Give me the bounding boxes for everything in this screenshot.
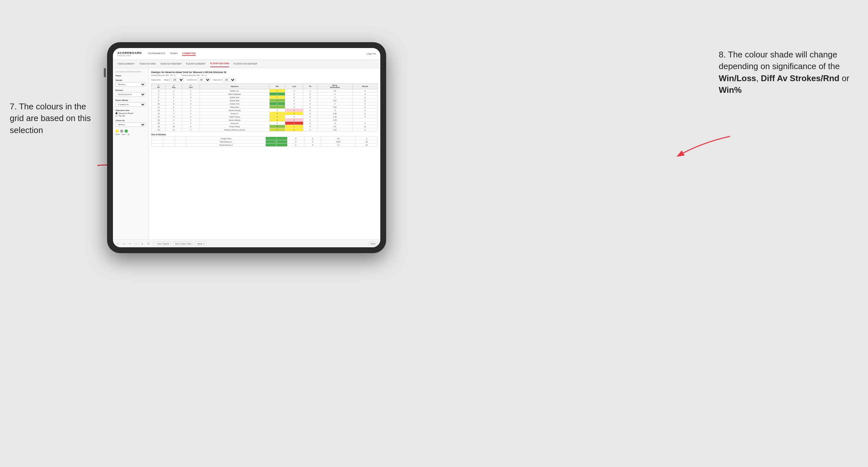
cell-div: 5 — [152, 93, 166, 96]
cell-opponent: Alexis Sudjianto — [199, 93, 269, 96]
conference-select[interactable]: (All) — [197, 78, 211, 82]
toolbar-watch[interactable]: Watch ▾ — [195, 242, 206, 246]
cell-diff: 1.5 — [317, 89, 352, 93]
cell-rounds: 11 — [353, 125, 378, 128]
cell-diff: 0.3 — [317, 125, 352, 128]
radio-opponents-played[interactable]: Opponents Played — [116, 112, 146, 114]
nav-teams[interactable]: TEAMS — [170, 52, 178, 56]
sidebar-colour-by-label: Colour by — [116, 119, 146, 121]
legend-dot-level — [120, 129, 123, 133]
sidebar-gender-select[interactable]: Women's Men's — [116, 82, 146, 87]
logo-text: SCOREBOARD — [118, 51, 142, 55]
cell-loss: 0 — [285, 89, 303, 93]
region-select[interactable]: (All) — [171, 78, 184, 82]
sidebar-colour-by-select[interactable]: Win/loss Diff Av Strokes/Rnd Win% — [116, 122, 146, 127]
nav-tournaments[interactable]: TOURNAMENTS — [148, 52, 165, 56]
view-original-label: View: Original — [157, 243, 169, 245]
toolbar-copy[interactable]: ⬚ — [134, 242, 138, 245]
cell-rounds: 2 — [353, 122, 378, 125]
cell-rounds: 3 — [353, 105, 378, 109]
cell-tie: 1 — [303, 89, 317, 93]
sub-nav-player-summary[interactable]: PLAYER SUMMARY — [186, 61, 206, 67]
radio-top100[interactable]: Top 100 — [116, 115, 146, 117]
cell-opponent: Foreign Team — [187, 137, 266, 140]
opponent-filter-group: Opponent (All) — [213, 78, 236, 82]
nav-bar: SCOREBOARD Powered by clippd TOURNAMENTS… — [113, 48, 380, 60]
cell-reg: 2 — [166, 93, 182, 96]
tablet-side-button[interactable] — [104, 68, 106, 77]
cell-win: 1 — [269, 115, 285, 119]
sub-nav-team-h2h-grid[interactable]: TEAM H2H GRID — [139, 61, 156, 67]
sidebar-player-label: Player — [116, 75, 146, 76]
grid-area: Katelyn Vo Head-to-Head Grid for Women's… — [149, 68, 380, 240]
filter-row: Opponents: Region (All) Conference (All)… — [151, 78, 378, 82]
table-header-row: #Div #Reg #Conf Opponent Win Loss Tie Di… — [152, 84, 378, 89]
arrow-right-annotation — [669, 130, 733, 162]
sidebar-gender-section: Gender Women's Men's — [116, 79, 146, 87]
cell-div: 15 — [152, 115, 166, 119]
sidebar-player-rank-select[interactable]: 8. Katelyn Vo — [116, 102, 146, 107]
cell-conf — [175, 137, 187, 140]
cell-tie: 0 — [303, 96, 317, 99]
main-data-table: #Div #Reg #Conf Opponent Win Loss Tie Di… — [151, 84, 378, 131]
toolbar-undo[interactable]: ↩ — [116, 242, 120, 245]
table-row: 13 1 1 Jessica Huang 0 1 0 -3 2 — [152, 109, 378, 112]
cell-win: 0 — [269, 109, 285, 112]
grid-title: Katelyn Vo Head-to-Head Grid for Women's… — [151, 71, 378, 74]
cell-div: 6 — [152, 96, 166, 99]
toolbar-paste[interactable]: ⎙ — [141, 242, 145, 245]
cell-loss: 1 — [285, 109, 303, 112]
logo-area: SCOREBOARD Powered by clippd — [118, 51, 142, 57]
toolbar-divider1 — [153, 242, 153, 246]
cell-win: 2 — [269, 102, 285, 105]
cell-diff: -5 — [317, 122, 352, 125]
toolbar-clock[interactable]: ⏱ — [146, 242, 151, 245]
cell-div: 16 — [152, 119, 166, 122]
toolbar-refresh[interactable]: ↶ — [128, 242, 132, 245]
cell-opponent: Emily Chang — [199, 125, 269, 128]
legend-dot-down — [116, 129, 119, 133]
cell-div — [152, 144, 163, 147]
cell-rounds: 2 — [355, 137, 378, 140]
sub-nav-player-h2h-heatmap[interactable]: PLAYER H2H HEATMAP — [234, 61, 257, 67]
sidebar-player-rank-label: Player (Rank) — [116, 99, 146, 101]
cell-reg: 10 — [166, 125, 182, 128]
sub-nav-team-summary[interactable]: TEAM SUMMARY — [118, 61, 135, 67]
toolbar-redo-alt[interactable]: ↪ — [122, 242, 126, 245]
table-row: 19 10 6 Emily Chang 4 1 0 0.3 11 — [152, 125, 378, 128]
nav-committee[interactable]: COMMITTEE — [182, 52, 196, 56]
cell-reg: 5 — [166, 105, 182, 109]
cell-opponent: Eunice Yi — [199, 112, 269, 115]
cell-reg: 2 — [166, 122, 182, 125]
cell-loss: 0 — [285, 102, 303, 105]
nav-right: | Sign out — [366, 53, 376, 55]
overall-record-value: 353 - 34 - 6 — [165, 74, 175, 76]
toolbar-save-custom[interactable]: Save Custom View — [173, 242, 193, 246]
annotation-bold-diff: Diff Av Strokes/Rnd — [761, 73, 839, 83]
sub-nav-team-h2h-heatmap[interactable]: TEAM H2H HEATMAP — [160, 61, 182, 67]
col-div: #Div — [152, 84, 166, 89]
cell-loss: 0 — [285, 96, 303, 99]
sub-nav-player-h2h-grid[interactable]: PLAYER H2H GRID — [210, 60, 229, 67]
toolbar-share[interactable]: Share — [369, 242, 378, 246]
cell-loss: 1 — [285, 125, 303, 128]
cell-rounds: 4 — [353, 89, 378, 93]
cell-tie: 0 — [303, 99, 317, 102]
cell-reg — [163, 144, 175, 147]
toolbar: ↩ ↪ ↶ ⬚ ⎙ ⏱ View: Original Save Custom V… — [113, 240, 380, 247]
cell-conf: 2 — [182, 93, 199, 96]
sidebar-division-section: Division NCAA Division III — [116, 89, 146, 97]
cell-win: 1 — [269, 93, 285, 96]
nav-sign-out[interactable]: | Sign out — [366, 53, 376, 55]
cell-tie: 0 — [303, 128, 317, 131]
toolbar-view-original[interactable]: View: Original — [155, 242, 171, 246]
cell-reg: 8 — [166, 115, 182, 119]
watch-label: Watch — [197, 243, 203, 245]
annotation-or: or — [839, 73, 849, 83]
sidebar-division-select[interactable]: NCAA Division III — [116, 92, 146, 97]
cell-reg: 6 — [166, 102, 182, 105]
annotation-right: 8. The colour shade will change dependin… — [719, 49, 858, 96]
legend-label-down: Down — [116, 133, 120, 135]
opponent-select[interactable]: (All) — [223, 78, 236, 82]
legend-dots — [116, 129, 146, 133]
